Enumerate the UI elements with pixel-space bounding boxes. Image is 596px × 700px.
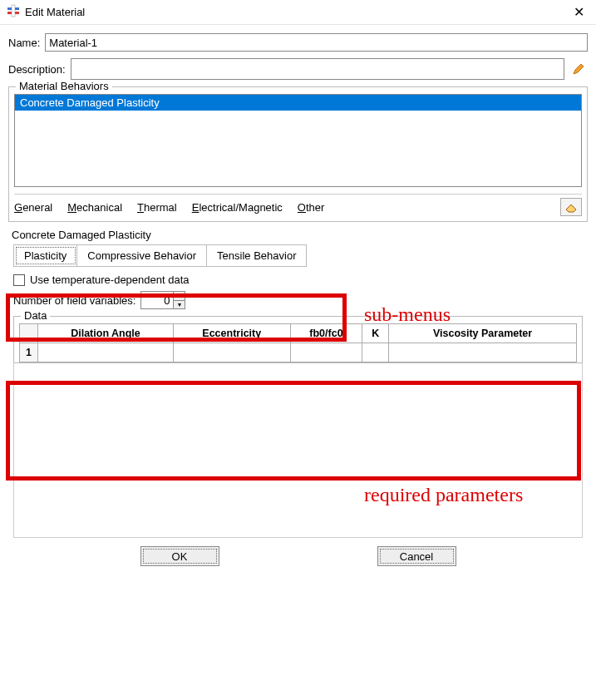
spinner-down-button[interactable]: ▼ (174, 301, 185, 309)
description-label: Description: (8, 63, 66, 76)
col-viscosity: Viscosity Parameter (389, 324, 577, 343)
menu-electrical-label: lectrical/Magnetic (199, 201, 282, 214)
rownum-header (20, 324, 38, 343)
description-input[interactable] (71, 58, 564, 80)
use-temperature-checkbox[interactable] (13, 274, 25, 286)
row-number: 1 (20, 343, 38, 362)
col-eccentricity: Eccentricity (173, 324, 290, 343)
behavior-item[interactable]: Concrete Damaged Plasticity (15, 95, 581, 111)
close-button[interactable]: ✕ (566, 0, 591, 25)
data-group: Data Dilation Angle Eccentricity fb0/fc0… (13, 316, 583, 363)
col-dilation-angle: Dilation Angle (38, 324, 174, 343)
behavior-menu-bar: General Mechanical Thermal Electrical/Ma… (14, 194, 582, 216)
data-table[interactable]: Dilation Angle Eccentricity fb0/fc0 K Vi… (19, 323, 577, 362)
field-variables-input[interactable] (141, 292, 173, 308)
tab-tensile[interactable]: Tensile Behavior (207, 245, 306, 266)
name-label: Name: (8, 37, 40, 49)
use-temperature-label: Use temperature-dependent data (30, 274, 190, 286)
menu-general-label: eneral (22, 201, 52, 214)
menu-electrical[interactable]: Electrical/Magnetic (192, 201, 283, 214)
menu-general[interactable]: General (14, 201, 52, 214)
title-bar: Edit Material ✕ (0, 0, 596, 25)
name-input[interactable] (45, 33, 588, 52)
tab-compressive[interactable]: Compressive Behavior (77, 245, 207, 266)
table-row[interactable]: 1 (20, 343, 577, 362)
delete-behavior-button[interactable] (560, 198, 582, 216)
section-title: Concrete Damaged Plasticity (12, 229, 588, 241)
cell-viscosity[interactable] (389, 343, 577, 362)
menu-thermal[interactable]: Thermal (137, 201, 177, 214)
behaviors-group-title: Material Behaviors (16, 80, 112, 92)
cell-dilation-angle[interactable] (38, 343, 174, 362)
field-variables-label: Number of field variables: (13, 294, 135, 307)
menu-mechanical-label: echanical (76, 201, 122, 214)
tab-plasticity[interactable]: Plasticity (14, 245, 77, 266)
col-k: K (362, 324, 389, 343)
menu-other[interactable]: Other (298, 201, 325, 214)
plasticity-tabs: Plasticity Compressive Behavior Tensile … (13, 244, 307, 267)
cell-fb0fc0[interactable] (290, 343, 362, 362)
cancel-button[interactable]: Cancel (377, 546, 456, 566)
data-fill-area (13, 363, 583, 538)
edit-description-button[interactable] (569, 60, 588, 78)
menu-mechanical[interactable]: Mechanical (67, 201, 122, 214)
material-behaviors-group: Material Behaviors Concrete Damaged Plas… (8, 86, 588, 222)
menu-thermal-label: hermal (144, 201, 177, 214)
data-group-title: Data (21, 309, 50, 322)
col-fb0fc0: fb0/fc0 (290, 324, 362, 343)
cell-k[interactable] (362, 343, 389, 362)
field-variables-spinner[interactable]: ▲ ▼ (140, 291, 185, 309)
window-title: Edit Material (25, 6, 566, 18)
spinner-up-button[interactable]: ▲ (174, 292, 185, 301)
app-icon (7, 4, 20, 20)
ok-button[interactable]: OK (140, 546, 219, 566)
behaviors-list[interactable]: Concrete Damaged Plasticity (14, 94, 582, 187)
cell-eccentricity[interactable] (173, 343, 290, 362)
menu-other-label: ther (306, 201, 324, 214)
svg-rect-2 (12, 5, 15, 17)
